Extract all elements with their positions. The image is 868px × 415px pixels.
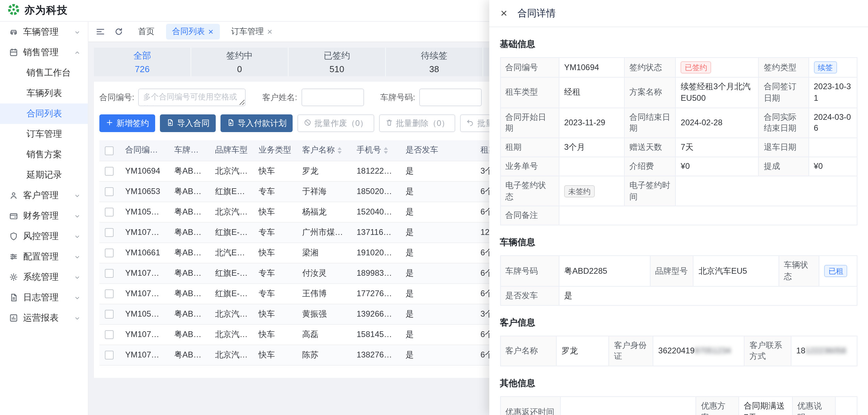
sort-icon[interactable]: [161, 147, 165, 154]
collapse-menu-icon[interactable]: [95, 27, 105, 37]
sidebar-item-order-mgmt[interactable]: 订车管理: [0, 124, 88, 144]
table-row[interactable]: YM1070027粤ABD9320红旗E-QM5专车付汝灵18998377879…: [99, 263, 529, 283]
table-cell: YM1070013: [120, 345, 169, 365]
brand: 亦为科技: [0, 2, 88, 19]
desc-value: [676, 176, 857, 206]
table-row[interactable]: YM107003粤ABB1326红旗E-QM5专车广州市煤城汽...137116…: [99, 222, 529, 242]
row-checkbox[interactable]: [105, 249, 114, 257]
row-checkbox[interactable]: [105, 269, 114, 278]
table-cell: 13926624551: [351, 304, 400, 324]
stat-signing[interactable]: 签约中0: [191, 48, 289, 76]
tab-close-icon[interactable]: ×: [208, 27, 213, 36]
table-cell: 快车: [253, 345, 297, 365]
row-checkbox[interactable]: [105, 228, 114, 237]
status-tag: 已租: [824, 265, 848, 277]
sidebar-item-log-mgmt[interactable]: 日志管理: [0, 287, 88, 308]
import-contract-button[interactable]: 导入合同: [160, 114, 216, 132]
column-header[interactable]: 客户名称: [297, 140, 351, 161]
desc-value: 罗龙: [557, 336, 609, 366]
tab-close-icon[interactable]: ×: [267, 27, 272, 36]
table-cell: 黄振强: [297, 304, 351, 324]
table-cell: 付汝灵: [297, 263, 351, 283]
desc-label: 客户身份证: [609, 336, 653, 366]
tab-home[interactable]: 首页: [132, 24, 161, 39]
desc-row: 是否发车是: [500, 286, 857, 305]
desc-row: 合同编号YM10694签约状态已签约签约类型续签: [500, 58, 857, 77]
drawer-body[interactable]: 基础信息 合同编号YM10694签约状态已签约签约类型续签租车类型经租方案名称续…: [489, 27, 868, 415]
sidebar-item-config-mgmt[interactable]: 配置管理: [0, 246, 88, 267]
sidebar-item-label: 车辆管理: [23, 26, 69, 38]
sort-icon[interactable]: [338, 147, 342, 154]
refresh-icon[interactable]: [114, 27, 124, 37]
add-contract-button[interactable]: 新增签约: [99, 114, 155, 132]
row-checkbox[interactable]: [105, 187, 114, 196]
sidebar-item-extension-records[interactable]: 延期记录: [0, 165, 88, 185]
section-title-customer: 客户信息: [500, 316, 857, 329]
column-header[interactable]: 车牌号码: [169, 140, 210, 161]
plate-input[interactable]: [419, 89, 482, 106]
sidebar-item-contract-list[interactable]: 合同列表: [0, 103, 88, 124]
table-cell: 北汽EU500: [210, 242, 253, 263]
desc-label: 签约状态: [624, 58, 676, 77]
row-checkbox[interactable]: [105, 208, 114, 217]
table-row[interactable]: YM1070033粤AB05538北京汽车EU5快车高磊15814577489是…: [99, 324, 529, 345]
batch-invalidate-button[interactable]: 批量作废（0）: [297, 114, 374, 132]
column-header[interactable]: 手机号: [351, 140, 400, 161]
chevron-down-icon: [73, 192, 81, 199]
select-all-checkbox[interactable]: [105, 146, 114, 155]
row-checkbox[interactable]: [105, 167, 114, 176]
table-row[interactable]: YM1070029粤ABB3228红旗E-QM5专车王伟博17727652536…: [99, 283, 529, 304]
stat-signed[interactable]: 已签约510: [289, 48, 386, 76]
customer-name-input[interactable]: [301, 89, 364, 106]
sidebar-item-customer-mgmt[interactable]: 客户管理: [0, 185, 88, 206]
invalid-icon: [304, 118, 312, 128]
chevron-down-icon: [73, 314, 81, 322]
sidebar-item-vehicle-mgmt[interactable]: 车辆管理: [0, 22, 88, 42]
customer-icon: [9, 191, 18, 200]
table-row[interactable]: YM10694粤ABD2285北京汽车EU5快车罗龙18122236058是3个…: [99, 161, 529, 181]
table-cell: 梁湘: [297, 242, 351, 263]
sidebar-item-finance-mgmt[interactable]: 财务管理: [0, 206, 88, 226]
table-cell: 是: [400, 324, 475, 345]
batch-delete-button[interactable]: 批量删除（0）: [379, 114, 455, 132]
row-checkbox[interactable]: [105, 310, 114, 319]
table-row[interactable]: YM105852粤AB03953北京汽车EU52...快车杨福龙15204080…: [99, 202, 529, 222]
desc-row: 租车类型经租方案名称续签经租3个月北汽EU500合同签订日期2023-10-31: [500, 77, 857, 108]
sidebar-item-report-mgmt[interactable]: 运营报表: [0, 308, 88, 328]
sort-icon[interactable]: [384, 147, 388, 154]
tab-label: 合同列表: [172, 26, 205, 37]
desc-value: 2024-02-28: [676, 108, 759, 138]
sidebar-item-sales-mgmt[interactable]: 销售管理: [0, 42, 88, 63]
sidebar-item-sales-plan[interactable]: 销售方案: [0, 144, 88, 165]
sidebar-item-risk-mgmt[interactable]: 风控管理: [0, 226, 88, 246]
table-row[interactable]: YM10661粤ABK5563北汽EU500快车梁湘19102017932是6个…: [99, 242, 529, 263]
customer-name-label: 客户姓名:: [262, 89, 297, 106]
sidebar-item-sales-workbench[interactable]: 销售工作台: [0, 63, 88, 83]
contract-no-input[interactable]: [138, 89, 246, 106]
row-checkbox[interactable]: [105, 289, 114, 298]
stat-value: 726: [135, 64, 149, 74]
table-cell: 专车: [253, 181, 297, 202]
table-cell: 粤AB91885: [169, 345, 210, 365]
close-icon[interactable]: ×: [501, 7, 507, 19]
stat-value: 0: [237, 64, 242, 74]
tab-label: 订车管理: [231, 26, 264, 37]
desc-value: 18122236058: [791, 336, 857, 366]
sidebar-item-system-mgmt[interactable]: 系统管理: [0, 267, 88, 287]
table-row[interactable]: YM10653粤AB91132红旗EQM5专车于祥海18502012613是6个…: [99, 181, 529, 202]
row-checkbox[interactable]: [105, 330, 114, 339]
import-payment-plan-button[interactable]: 导入付款计划: [220, 114, 293, 132]
stat-renewal[interactable]: 待续签38: [386, 48, 483, 76]
tab-contract-list[interactable]: 合同列表×: [166, 24, 219, 39]
desc-value: 2023-11-29: [559, 108, 624, 138]
tab-order-mgmt[interactable]: 订车管理×: [225, 24, 278, 39]
sidebar-item-vehicle-list[interactable]: 车辆列表: [0, 83, 88, 103]
stat-all[interactable]: 全部726: [94, 48, 191, 76]
plate-label: 车牌号码:: [380, 89, 415, 106]
column-header[interactable]: 合同编号: [120, 140, 169, 161]
table-row[interactable]: YM105851粤AB99007北京汽车EU5快车黄振强13926624551是…: [99, 304, 529, 324]
desc-value: [835, 397, 857, 415]
table-row[interactable]: YM1070013粤AB91885北京汽车EU5快车陈苏13827683481是…: [99, 345, 529, 365]
row-checkbox[interactable]: [105, 351, 114, 360]
masked-text: 87051234: [694, 346, 731, 355]
